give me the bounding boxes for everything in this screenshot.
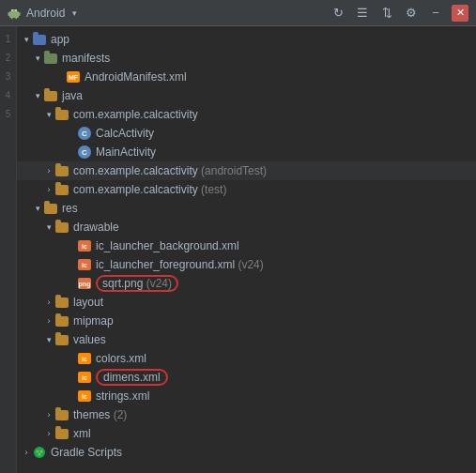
label-mainactivity: MainActivity [96,145,156,159]
label-androidmanifest: AndroidManifest.xml [84,70,187,84]
label-test-suffix: (test) [198,183,227,196]
tree-item-mipmap[interactable]: mipmap [17,312,476,330]
arrow-java[interactable] [32,86,43,105]
title-dropdown-arrow[interactable]: ▾ [72,8,77,18]
label-gradle: Gradle Scripts [51,446,122,459]
tree-item-manifests[interactable]: manifests [17,49,476,68]
dimens-xml-circle: dimens.xml [96,369,168,386]
label-ic-bg: ic_launcher_background.xml [96,239,239,252]
tree-item-androidtest[interactable]: com.example.calcactivity (androidTest) [17,161,476,180]
tree-item-res[interactable]: res [17,199,476,218]
label-ic-fg: ic_launcher_foreground.xml [96,258,235,271]
settings-button[interactable]: ⚙ [403,5,420,22]
tree-item-sqrt-png[interactable]: png sqrt.png (v24) [17,274,476,293]
tree-item-calcactivity[interactable]: C CalcActivity [17,124,476,143]
icon-themes [54,407,69,422]
main-window: Android ▾ ↻ ☰ ⇅ ⚙ − ✕ 1 2 3 4 5 [0,0,476,473]
icon-java [43,88,58,103]
title-text: Android [26,7,65,20]
arrow-app[interactable] [21,30,32,49]
icon-calcactivity: C [77,126,92,141]
arrow-test[interactable] [43,180,54,199]
tree-item-androidmanifest[interactable]: MF AndroidManifest.xml [17,68,476,86]
tree-item-test[interactable]: com.example.calcactivity (test) [17,180,476,199]
tree-item-app[interactable]: app [17,30,476,49]
icon-xml-folder [54,426,69,441]
label-themes: themes [73,408,110,421]
tree-item-ic-bg[interactable]: ic ic_launcher_background.xml [17,236,476,255]
tree-item-layout[interactable]: layout [17,293,476,312]
arrow-xml[interactable] [43,424,54,443]
tree-item-themes[interactable]: themes (2) [17,405,476,424]
title-bar: Android ▾ ↻ ☰ ⇅ ⚙ − ✕ [0,0,476,26]
arrow-com-calcactivity[interactable] [43,105,54,124]
arrow-res[interactable] [32,199,43,218]
icon-androidmanifest: MF [66,69,81,84]
icon-ic-bg: ic [77,238,92,253]
label-xml: xml [73,427,91,440]
svg-rect-6 [11,16,13,19]
tree-item-java[interactable]: java [17,86,476,105]
svg-rect-7 [16,16,18,19]
icon-test [54,182,69,197]
icon-ic-fg: ic [77,257,92,272]
label-com-calcactivity: com.example.calcactivity [73,108,198,121]
label-androidtest-suffix: (androidTest) [198,164,267,177]
arrow-drawable[interactable] [43,218,54,236]
arrow-themes[interactable] [43,405,54,424]
label-strings-xml: strings.xml [96,389,149,403]
label-java: java [62,89,83,102]
tree-item-ic-fg[interactable]: ic ic_launcher_foreground.xml (v24) [17,255,476,274]
arrow-androidtest[interactable] [43,161,54,180]
svg-point-9 [37,450,39,453]
title-bar-right: ↻ ☰ ⇅ ⚙ − ✕ [330,5,468,22]
tree-item-strings-xml[interactable]: ic strings.xml [17,387,476,405]
label-themes-suffix: (2) [110,408,127,421]
tree-item-values[interactable]: values [17,330,476,349]
label-test: com.example.calcactivity [73,183,198,196]
label-colors-xml: colors.xml [96,352,146,365]
label-dimens-xml: dimens.xml [103,372,161,383]
arrow-mipmap[interactable] [43,312,54,330]
minimize-button[interactable]: − [427,5,444,22]
icon-dimens-xml: ic [77,370,92,385]
line-5: 5 [0,105,16,124]
svg-point-8 [34,447,45,458]
hamburger-button[interactable]: ☰ [354,5,371,22]
split-button[interactable]: ⇅ [378,5,395,22]
arrow-layout[interactable] [43,293,54,312]
tree-item-com-calcactivity[interactable]: com.example.calcactivity [17,105,476,124]
line-4: 4 [0,86,16,105]
icon-manifests [43,51,58,66]
svg-rect-4 [8,12,10,16]
icon-gradle [32,445,47,460]
close-button[interactable]: ✕ [452,5,468,22]
label-mipmap: mipmap [73,314,114,328]
tree-item-mainactivity[interactable]: C MainActivity [17,143,476,161]
android-icon [8,7,21,20]
tree-item-dimens-xml[interactable]: ic dimens.xml [17,368,476,387]
arrow-manifests[interactable] [32,49,43,68]
arrow-values[interactable] [43,330,54,349]
tree-item-drawable[interactable]: drawable [17,218,476,236]
icon-drawable [54,220,69,235]
line-1: 1 [0,30,16,49]
label-calcactivity: CalcActivity [96,127,154,140]
icon-strings-xml: ic [77,389,92,404]
tree-item-gradle[interactable]: Gradle Scripts [17,443,476,462]
line-3: 3 [0,68,16,86]
icon-sqrt-png: png [77,276,92,291]
content-area: 1 2 3 4 5 app [0,26,476,473]
label-manifests: manifests [62,52,110,65]
icon-mipmap [54,313,69,328]
tree-item-xml[interactable]: xml [17,424,476,443]
sqrt-png-circle: sqrt.png (v24) [96,275,178,292]
arrow-gradle[interactable] [21,443,32,462]
label-res: res [62,202,78,215]
tree-item-colors-xml[interactable]: ic colors.xml [17,349,476,368]
label-sqrt-png-suffix: (v24) [143,278,172,289]
icon-com-calcactivity [54,107,69,122]
project-tree[interactable]: app manifests MF AndroidManifest.xml [17,26,476,473]
refresh-button[interactable]: ↻ [330,5,346,22]
label-drawable: drawable [73,221,119,234]
